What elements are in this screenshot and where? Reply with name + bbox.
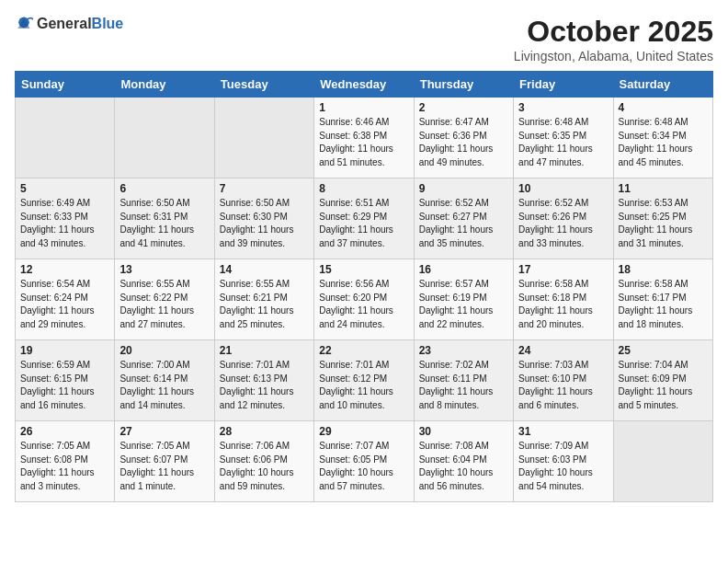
- day-info: Sunrise: 6:56 AM Sunset: 6:20 PM Dayligh…: [319, 278, 408, 331]
- day-number: 2: [419, 101, 508, 114]
- day-cell: 6Sunrise: 6:50 AM Sunset: 6:31 PM Daylig…: [115, 178, 214, 259]
- day-info: Sunrise: 7:04 AM Sunset: 6:09 PM Dayligh…: [619, 359, 708, 412]
- week-row-3: 12Sunrise: 6:54 AM Sunset: 6:24 PM Dayli…: [16, 259, 713, 340]
- day-cell: 11Sunrise: 6:53 AM Sunset: 6:25 PM Dayli…: [613, 178, 712, 259]
- day-number: 6: [119, 182, 209, 195]
- day-cell: 28Sunrise: 7:06 AM Sunset: 6:06 PM Dayli…: [214, 421, 313, 502]
- day-info: Sunrise: 7:03 AM Sunset: 6:10 PM Dayligh…: [518, 359, 608, 412]
- day-number: 8: [319, 182, 408, 195]
- day-cell: 14Sunrise: 6:55 AM Sunset: 6:21 PM Dayli…: [214, 259, 313, 340]
- day-number: 12: [20, 263, 109, 276]
- day-info: Sunrise: 7:08 AM Sunset: 6:04 PM Dayligh…: [419, 440, 508, 493]
- col-header-thursday: Thursday: [414, 72, 513, 98]
- day-info: Sunrise: 6:52 AM Sunset: 6:26 PM Dayligh…: [518, 197, 608, 250]
- col-header-wednesday: Wednesday: [314, 72, 414, 98]
- col-header-saturday: Saturday: [613, 72, 712, 98]
- day-number: 18: [619, 263, 708, 276]
- day-number: 10: [518, 182, 608, 195]
- day-info: Sunrise: 6:55 AM Sunset: 6:21 PM Dayligh…: [220, 278, 309, 331]
- day-info: Sunrise: 6:55 AM Sunset: 6:22 PM Dayligh…: [119, 278, 209, 331]
- day-cell: 25Sunrise: 7:04 AM Sunset: 6:09 PM Dayli…: [613, 340, 712, 421]
- day-number: 31: [518, 425, 608, 438]
- day-info: Sunrise: 6:47 AM Sunset: 6:36 PM Dayligh…: [419, 116, 508, 169]
- day-info: Sunrise: 7:06 AM Sunset: 6:06 PM Dayligh…: [220, 440, 309, 493]
- day-cell: 19Sunrise: 6:59 AM Sunset: 6:15 PM Dayli…: [16, 340, 115, 421]
- day-cell: 23Sunrise: 7:02 AM Sunset: 6:11 PM Dayli…: [414, 340, 513, 421]
- col-header-tuesday: Tuesday: [214, 72, 313, 98]
- day-info: Sunrise: 6:49 AM Sunset: 6:33 PM Dayligh…: [20, 197, 109, 250]
- day-info: Sunrise: 6:48 AM Sunset: 6:35 PM Dayligh…: [518, 116, 608, 169]
- day-cell: 4Sunrise: 6:48 AM Sunset: 6:34 PM Daylig…: [613, 98, 712, 178]
- day-info: Sunrise: 6:46 AM Sunset: 6:38 PM Dayligh…: [319, 116, 408, 169]
- day-cell: 31Sunrise: 7:09 AM Sunset: 6:03 PM Dayli…: [514, 421, 613, 502]
- day-number: 1: [319, 101, 408, 114]
- day-cell: 22Sunrise: 7:01 AM Sunset: 6:12 PM Dayli…: [314, 340, 414, 421]
- day-cell: 15Sunrise: 6:56 AM Sunset: 6:20 PM Dayli…: [314, 259, 414, 340]
- day-info: Sunrise: 6:54 AM Sunset: 6:24 PM Dayligh…: [20, 278, 109, 331]
- day-info: Sunrise: 7:02 AM Sunset: 6:11 PM Dayligh…: [419, 359, 508, 412]
- day-number: 27: [119, 425, 209, 438]
- day-number: 20: [119, 344, 209, 357]
- day-info: Sunrise: 7:05 AM Sunset: 6:08 PM Dayligh…: [20, 440, 109, 493]
- day-cell: 8Sunrise: 6:51 AM Sunset: 6:29 PM Daylig…: [314, 178, 414, 259]
- day-cell: 1Sunrise: 6:46 AM Sunset: 6:38 PM Daylig…: [314, 98, 414, 178]
- day-info: Sunrise: 6:48 AM Sunset: 6:34 PM Dayligh…: [619, 116, 708, 169]
- day-cell: 20Sunrise: 7:00 AM Sunset: 6:14 PM Dayli…: [115, 340, 214, 421]
- day-number: 26: [20, 425, 109, 438]
- logo: GeneralBlue: [15, 15, 123, 33]
- logo-icon: [15, 15, 33, 33]
- day-info: Sunrise: 7:09 AM Sunset: 6:03 PM Dayligh…: [518, 440, 608, 493]
- day-number: 16: [419, 263, 508, 276]
- day-number: 11: [619, 182, 708, 195]
- week-row-1: 1Sunrise: 6:46 AM Sunset: 6:38 PM Daylig…: [16, 98, 713, 178]
- col-header-sunday: Sunday: [16, 72, 115, 98]
- day-number: 21: [220, 344, 309, 357]
- day-cell: 21Sunrise: 7:01 AM Sunset: 6:13 PM Dayli…: [214, 340, 313, 421]
- week-row-5: 26Sunrise: 7:05 AM Sunset: 6:08 PM Dayli…: [16, 421, 713, 502]
- day-number: 19: [20, 344, 109, 357]
- day-info: Sunrise: 6:53 AM Sunset: 6:25 PM Dayligh…: [619, 197, 708, 250]
- day-cell: 16Sunrise: 6:57 AM Sunset: 6:19 PM Dayli…: [414, 259, 513, 340]
- month-title: October 2025: [514, 15, 713, 49]
- day-cell: 13Sunrise: 6:55 AM Sunset: 6:22 PM Dayli…: [115, 259, 214, 340]
- day-info: Sunrise: 6:50 AM Sunset: 6:30 PM Dayligh…: [220, 197, 309, 250]
- day-info: Sunrise: 7:05 AM Sunset: 6:07 PM Dayligh…: [119, 440, 209, 493]
- title-area: October 2025 Livingston, Alabama, United…: [514, 15, 713, 63]
- day-cell: 17Sunrise: 6:58 AM Sunset: 6:18 PM Dayli…: [514, 259, 613, 340]
- day-cell: [214, 98, 313, 178]
- day-cell: [613, 421, 712, 502]
- day-number: 25: [619, 344, 708, 357]
- day-number: 22: [319, 344, 408, 357]
- day-cell: 24Sunrise: 7:03 AM Sunset: 6:10 PM Dayli…: [514, 340, 613, 421]
- day-number: 13: [119, 263, 209, 276]
- day-info: Sunrise: 6:59 AM Sunset: 6:15 PM Dayligh…: [20, 359, 109, 412]
- day-cell: 29Sunrise: 7:07 AM Sunset: 6:05 PM Dayli…: [314, 421, 414, 502]
- day-number: 28: [220, 425, 309, 438]
- day-number: 7: [220, 182, 309, 195]
- day-number: 29: [319, 425, 408, 438]
- day-number: 9: [419, 182, 508, 195]
- day-cell: 12Sunrise: 6:54 AM Sunset: 6:24 PM Dayli…: [16, 259, 115, 340]
- day-number: 5: [20, 182, 109, 195]
- day-info: Sunrise: 6:52 AM Sunset: 6:27 PM Dayligh…: [419, 197, 508, 250]
- day-cell: 9Sunrise: 6:52 AM Sunset: 6:27 PM Daylig…: [414, 178, 513, 259]
- day-number: 3: [518, 101, 608, 114]
- day-cell: 27Sunrise: 7:05 AM Sunset: 6:07 PM Dayli…: [115, 421, 214, 502]
- col-header-friday: Friday: [514, 72, 613, 98]
- week-row-2: 5Sunrise: 6:49 AM Sunset: 6:33 PM Daylig…: [16, 178, 713, 259]
- day-info: Sunrise: 7:00 AM Sunset: 6:14 PM Dayligh…: [119, 359, 209, 412]
- day-info: Sunrise: 6:51 AM Sunset: 6:29 PM Dayligh…: [319, 197, 408, 250]
- day-number: 15: [319, 263, 408, 276]
- page-header: GeneralBlue October 2025 Livingston, Ala…: [15, 15, 713, 63]
- day-cell: 26Sunrise: 7:05 AM Sunset: 6:08 PM Dayli…: [16, 421, 115, 502]
- day-number: 24: [518, 344, 608, 357]
- day-number: 23: [419, 344, 508, 357]
- logo-text: GeneralBlue: [37, 16, 123, 32]
- logo-general: General: [37, 16, 92, 31]
- day-number: 4: [619, 101, 708, 114]
- day-info: Sunrise: 7:07 AM Sunset: 6:05 PM Dayligh…: [319, 440, 408, 493]
- day-cell: 10Sunrise: 6:52 AM Sunset: 6:26 PM Dayli…: [514, 178, 613, 259]
- location-label: Livingston, Alabama, United States: [514, 49, 713, 63]
- day-info: Sunrise: 6:58 AM Sunset: 6:17 PM Dayligh…: [619, 278, 708, 331]
- day-cell: 7Sunrise: 6:50 AM Sunset: 6:30 PM Daylig…: [214, 178, 313, 259]
